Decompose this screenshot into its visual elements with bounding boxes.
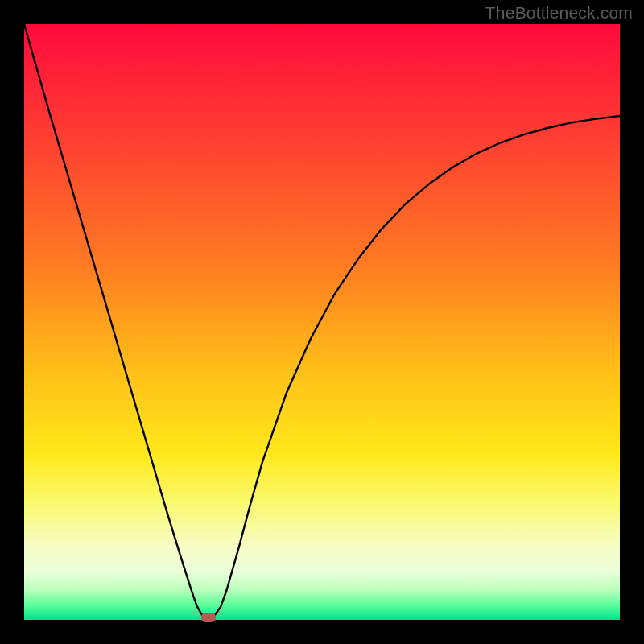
cusp-marker bbox=[201, 613, 216, 622]
chart-plot-area bbox=[24, 24, 620, 620]
watermark-text: TheBottleneck.com bbox=[485, 3, 633, 23]
bottleneck-curve bbox=[24, 24, 620, 620]
chart-frame: TheBottleneck.com bbox=[0, 0, 644, 644]
